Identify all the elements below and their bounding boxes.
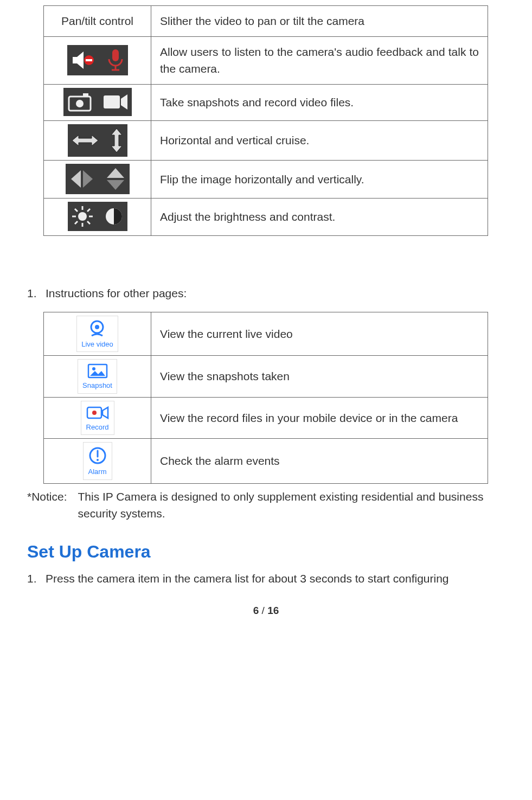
flip-horizontal-icon — [69, 168, 95, 190]
pages-table: Live video View the current live video S… — [43, 312, 488, 484]
snapshot-icon-cell: Snapshot — [44, 356, 151, 398]
brightness-desc: Adjust the brightness and contrast. — [151, 198, 488, 236]
svg-line-17 — [87, 209, 90, 212]
table-row: Allow users to listen to the camera's au… — [44, 36, 488, 84]
page-current: 6 — [253, 605, 259, 616]
table-row: Adjust the brightness and contrast. — [44, 198, 488, 236]
contrast-icon — [104, 206, 124, 227]
speaker-mute-icon — [70, 49, 97, 71]
brightness-icon — [71, 205, 94, 228]
svg-rect-8 — [104, 95, 120, 108]
snapshot-desc: View the snapshots taken — [151, 356, 488, 398]
capture-icons-cell — [44, 84, 151, 121]
flip-desc: Flip the image horizontally and vertical… — [151, 161, 488, 199]
brightness-icons-cell — [44, 198, 151, 236]
svg-rect-2 — [112, 49, 119, 61]
table-row: Snapshot View the snapshots taken — [44, 356, 488, 398]
setup-step-text: Press the camera item in the camera list… — [46, 570, 449, 587]
cruise-desc: Horizontal and vertical cruise. — [151, 121, 488, 161]
flip-icons-cell — [44, 161, 151, 199]
pan-tilt-label-cell: Pan/tilt control — [44, 6, 151, 37]
alarm-desc: Check the alarm events — [151, 439, 488, 484]
snapshot-label: Snapshot — [82, 380, 112, 391]
setup-step-1: 1. Press the camera item in the camera l… — [27, 570, 505, 587]
alarm-icon — [88, 446, 107, 465]
svg-line-15 — [87, 221, 90, 224]
record-icon — [86, 405, 110, 421]
snapshot-icon — [87, 363, 108, 379]
camera-snapshot-icon — [67, 91, 93, 113]
vertical-cruise-icon — [109, 127, 124, 153]
svg-rect-6 — [83, 93, 88, 97]
pan-tilt-desc: Slither the video to pan or tilt the cam… — [151, 6, 488, 37]
alarm-label: Alarm — [88, 466, 107, 477]
svg-point-22 — [92, 367, 95, 370]
microphone-icon — [106, 48, 125, 72]
svg-point-24 — [92, 411, 97, 415]
instructions-heading-text: Instructions for other pages: — [46, 285, 187, 302]
flip-vertical-icon — [105, 167, 126, 191]
record-desc: View the record files in your mobile dev… — [151, 397, 488, 439]
svg-line-14 — [75, 209, 78, 212]
table-row: Record View the record files in your mob… — [44, 397, 488, 439]
instructions-heading: 1. Instructions for other pages: — [27, 285, 505, 302]
table-row: Live video View the current live video — [44, 312, 488, 356]
live-video-icon — [86, 319, 108, 338]
capture-desc: Take snapshots and record video files. — [151, 84, 488, 121]
table-row: Alarm Check the alarm events — [44, 439, 488, 484]
page-sep: / — [259, 605, 267, 616]
video-record-icon — [102, 92, 129, 112]
page-total: 16 — [267, 605, 279, 616]
svg-rect-1 — [86, 59, 92, 61]
live-video-icon-cell: Live video — [44, 312, 151, 356]
audio-desc: Allow users to listen to the camera's au… — [151, 36, 488, 84]
horizontal-cruise-icon — [71, 132, 99, 149]
alarm-icon-cell: Alarm — [44, 439, 151, 484]
controls-table: Pan/tilt control Slither the video to pa… — [43, 5, 488, 236]
svg-point-27 — [97, 459, 99, 461]
svg-line-16 — [75, 221, 78, 224]
notice-text: This IP Camera is designed to only suppl… — [78, 488, 505, 522]
record-label: Record — [86, 422, 109, 433]
list-number: 1. — [27, 285, 39, 302]
svg-point-7 — [76, 100, 84, 107]
table-row: Flip the image horizontally and vertical… — [44, 161, 488, 199]
record-icon-cell: Record — [44, 397, 151, 439]
table-row: Horizontal and vertical cruise. — [44, 121, 488, 161]
list-number: 1. — [27, 570, 39, 587]
live-video-desc: View the current live video — [151, 312, 488, 356]
notice-block: *Notice: This IP Camera is designed to o… — [27, 488, 505, 522]
notice-label: *Notice: — [27, 488, 67, 522]
page-footer: 6 / 16 — [27, 603, 505, 619]
table-row: Take snapshots and record video files. — [44, 84, 488, 121]
cruise-icons-cell — [44, 121, 151, 161]
svg-point-9 — [78, 212, 87, 221]
svg-point-20 — [95, 325, 99, 329]
setup-camera-heading: Set Up Camera — [27, 539, 505, 565]
live-video-label: Live video — [81, 339, 113, 350]
audio-icons-cell — [44, 36, 151, 84]
table-row: Pan/tilt control Slither the video to pa… — [44, 6, 488, 37]
